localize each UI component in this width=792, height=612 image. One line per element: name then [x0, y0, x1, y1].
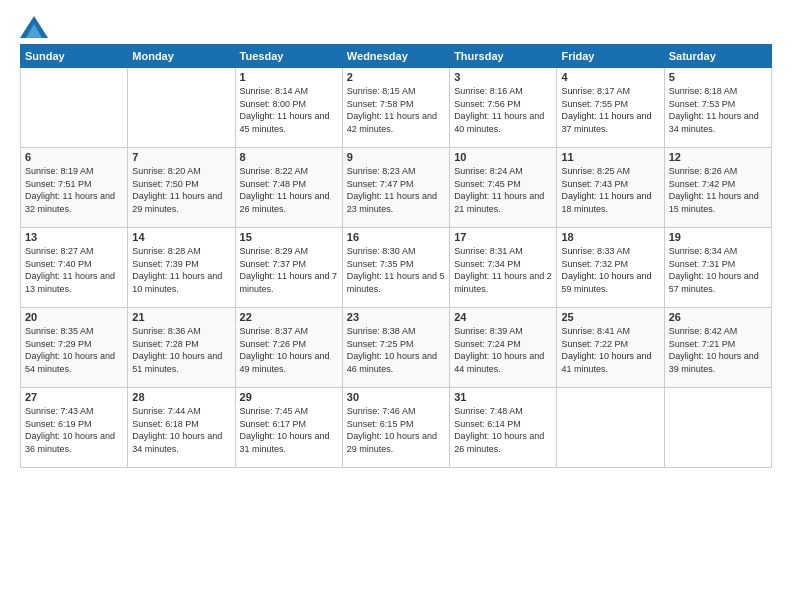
weekday-wednesday: Wednesday [342, 45, 449, 68]
day-info: Sunrise: 8:37 AMSunset: 7:26 PMDaylight:… [240, 325, 338, 375]
calendar-cell: 8Sunrise: 8:22 AMSunset: 7:48 PMDaylight… [235, 148, 342, 228]
calendar-cell: 31Sunrise: 7:48 AMSunset: 6:14 PMDayligh… [450, 388, 557, 468]
day-number: 29 [240, 391, 338, 403]
day-number: 19 [669, 231, 767, 243]
day-number: 2 [347, 71, 445, 83]
day-info: Sunrise: 8:42 AMSunset: 7:21 PMDaylight:… [669, 325, 767, 375]
calendar-cell [664, 388, 771, 468]
calendar-cell: 28Sunrise: 7:44 AMSunset: 6:18 PMDayligh… [128, 388, 235, 468]
day-number: 22 [240, 311, 338, 323]
day-info: Sunrise: 8:34 AMSunset: 7:31 PMDaylight:… [669, 245, 767, 295]
day-info: Sunrise: 7:44 AMSunset: 6:18 PMDaylight:… [132, 405, 230, 455]
calendar-cell: 29Sunrise: 7:45 AMSunset: 6:17 PMDayligh… [235, 388, 342, 468]
header [20, 16, 772, 38]
day-number: 31 [454, 391, 552, 403]
day-info: Sunrise: 8:28 AMSunset: 7:39 PMDaylight:… [132, 245, 230, 295]
day-info: Sunrise: 7:43 AMSunset: 6:19 PMDaylight:… [25, 405, 123, 455]
day-info: Sunrise: 8:14 AMSunset: 8:00 PMDaylight:… [240, 85, 338, 135]
day-info: Sunrise: 8:25 AMSunset: 7:43 PMDaylight:… [561, 165, 659, 215]
calendar-cell: 22Sunrise: 8:37 AMSunset: 7:26 PMDayligh… [235, 308, 342, 388]
day-info: Sunrise: 8:31 AMSunset: 7:34 PMDaylight:… [454, 245, 552, 295]
day-info: Sunrise: 8:29 AMSunset: 7:37 PMDaylight:… [240, 245, 338, 295]
day-info: Sunrise: 8:23 AMSunset: 7:47 PMDaylight:… [347, 165, 445, 215]
day-number: 11 [561, 151, 659, 163]
day-number: 12 [669, 151, 767, 163]
calendar-cell: 5Sunrise: 8:18 AMSunset: 7:53 PMDaylight… [664, 68, 771, 148]
day-number: 26 [669, 311, 767, 323]
day-info: Sunrise: 8:35 AMSunset: 7:29 PMDaylight:… [25, 325, 123, 375]
day-info: Sunrise: 8:18 AMSunset: 7:53 PMDaylight:… [669, 85, 767, 135]
day-info: Sunrise: 8:41 AMSunset: 7:22 PMDaylight:… [561, 325, 659, 375]
day-number: 15 [240, 231, 338, 243]
day-info: Sunrise: 8:16 AMSunset: 7:56 PMDaylight:… [454, 85, 552, 135]
day-number: 3 [454, 71, 552, 83]
calendar-cell: 20Sunrise: 8:35 AMSunset: 7:29 PMDayligh… [21, 308, 128, 388]
day-info: Sunrise: 8:26 AMSunset: 7:42 PMDaylight:… [669, 165, 767, 215]
day-number: 8 [240, 151, 338, 163]
day-number: 17 [454, 231, 552, 243]
day-number: 6 [25, 151, 123, 163]
calendar-cell: 12Sunrise: 8:26 AMSunset: 7:42 PMDayligh… [664, 148, 771, 228]
calendar-cell: 3Sunrise: 8:16 AMSunset: 7:56 PMDaylight… [450, 68, 557, 148]
calendar-cell: 30Sunrise: 7:46 AMSunset: 6:15 PMDayligh… [342, 388, 449, 468]
calendar-cell: 18Sunrise: 8:33 AMSunset: 7:32 PMDayligh… [557, 228, 664, 308]
calendar-cell: 10Sunrise: 8:24 AMSunset: 7:45 PMDayligh… [450, 148, 557, 228]
day-number: 30 [347, 391, 445, 403]
calendar-cell: 2Sunrise: 8:15 AMSunset: 7:58 PMDaylight… [342, 68, 449, 148]
day-number: 5 [669, 71, 767, 83]
calendar-cell: 17Sunrise: 8:31 AMSunset: 7:34 PMDayligh… [450, 228, 557, 308]
page: SundayMondayTuesdayWednesdayThursdayFrid… [0, 0, 792, 612]
weekday-tuesday: Tuesday [235, 45, 342, 68]
day-number: 13 [25, 231, 123, 243]
day-number: 28 [132, 391, 230, 403]
calendar-cell: 21Sunrise: 8:36 AMSunset: 7:28 PMDayligh… [128, 308, 235, 388]
calendar-cell: 14Sunrise: 8:28 AMSunset: 7:39 PMDayligh… [128, 228, 235, 308]
weekday-friday: Friday [557, 45, 664, 68]
calendar-cell: 11Sunrise: 8:25 AMSunset: 7:43 PMDayligh… [557, 148, 664, 228]
day-info: Sunrise: 8:20 AMSunset: 7:50 PMDaylight:… [132, 165, 230, 215]
day-number: 10 [454, 151, 552, 163]
calendar-week-4: 20Sunrise: 8:35 AMSunset: 7:29 PMDayligh… [21, 308, 772, 388]
day-number: 18 [561, 231, 659, 243]
day-number: 23 [347, 311, 445, 323]
calendar-cell: 26Sunrise: 8:42 AMSunset: 7:21 PMDayligh… [664, 308, 771, 388]
calendar-cell: 1Sunrise: 8:14 AMSunset: 8:00 PMDaylight… [235, 68, 342, 148]
calendar-cell [128, 68, 235, 148]
day-number: 7 [132, 151, 230, 163]
day-info: Sunrise: 8:33 AMSunset: 7:32 PMDaylight:… [561, 245, 659, 295]
calendar-week-1: 1Sunrise: 8:14 AMSunset: 8:00 PMDaylight… [21, 68, 772, 148]
logo [20, 16, 52, 38]
calendar-cell: 19Sunrise: 8:34 AMSunset: 7:31 PMDayligh… [664, 228, 771, 308]
day-info: Sunrise: 8:24 AMSunset: 7:45 PMDaylight:… [454, 165, 552, 215]
day-info: Sunrise: 7:48 AMSunset: 6:14 PMDaylight:… [454, 405, 552, 455]
calendar-cell: 15Sunrise: 8:29 AMSunset: 7:37 PMDayligh… [235, 228, 342, 308]
day-number: 21 [132, 311, 230, 323]
day-number: 1 [240, 71, 338, 83]
weekday-saturday: Saturday [664, 45, 771, 68]
weekday-monday: Monday [128, 45, 235, 68]
calendar-cell: 13Sunrise: 8:27 AMSunset: 7:40 PMDayligh… [21, 228, 128, 308]
calendar-cell [557, 388, 664, 468]
day-info: Sunrise: 8:19 AMSunset: 7:51 PMDaylight:… [25, 165, 123, 215]
calendar-week-2: 6Sunrise: 8:19 AMSunset: 7:51 PMDaylight… [21, 148, 772, 228]
day-info: Sunrise: 8:22 AMSunset: 7:48 PMDaylight:… [240, 165, 338, 215]
weekday-sunday: Sunday [21, 45, 128, 68]
day-number: 4 [561, 71, 659, 83]
day-number: 25 [561, 311, 659, 323]
day-number: 16 [347, 231, 445, 243]
day-info: Sunrise: 8:36 AMSunset: 7:28 PMDaylight:… [132, 325, 230, 375]
day-number: 24 [454, 311, 552, 323]
day-info: Sunrise: 8:27 AMSunset: 7:40 PMDaylight:… [25, 245, 123, 295]
calendar-cell: 23Sunrise: 8:38 AMSunset: 7:25 PMDayligh… [342, 308, 449, 388]
logo-icon [20, 16, 48, 38]
day-number: 14 [132, 231, 230, 243]
calendar-cell: 6Sunrise: 8:19 AMSunset: 7:51 PMDaylight… [21, 148, 128, 228]
weekday-thursday: Thursday [450, 45, 557, 68]
day-info: Sunrise: 8:39 AMSunset: 7:24 PMDaylight:… [454, 325, 552, 375]
day-info: Sunrise: 8:30 AMSunset: 7:35 PMDaylight:… [347, 245, 445, 295]
calendar-cell: 9Sunrise: 8:23 AMSunset: 7:47 PMDaylight… [342, 148, 449, 228]
day-number: 27 [25, 391, 123, 403]
day-info: Sunrise: 7:46 AMSunset: 6:15 PMDaylight:… [347, 405, 445, 455]
day-info: Sunrise: 8:38 AMSunset: 7:25 PMDaylight:… [347, 325, 445, 375]
calendar-week-5: 27Sunrise: 7:43 AMSunset: 6:19 PMDayligh… [21, 388, 772, 468]
